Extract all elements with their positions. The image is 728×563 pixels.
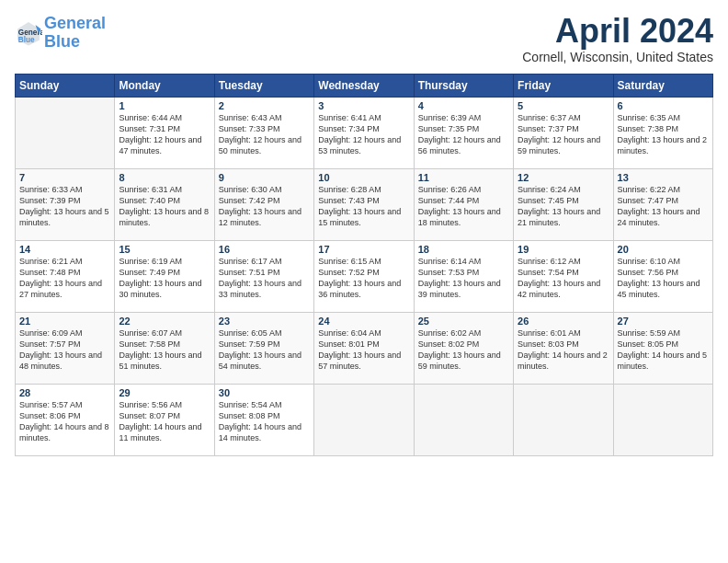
day-number: 27 <box>618 316 709 327</box>
day-info: Sunrise: 6:41 AM Sunset: 7:34 PM Dayligh… <box>318 112 409 157</box>
calendar-cell-w2-d6: 12 Sunrise: 6:24 AM Sunset: 7:45 PM Dayl… <box>514 169 613 241</box>
col-monday: Monday <box>115 75 214 98</box>
day-number: 19 <box>518 244 609 255</box>
day-number: 17 <box>318 244 409 255</box>
logo: General Blue General Blue <box>15 15 106 52</box>
day-info: Sunrise: 6:35 AM Sunset: 7:38 PM Dayligh… <box>618 112 709 157</box>
day-info: Sunrise: 6:37 AM Sunset: 7:37 PM Dayligh… <box>518 112 609 157</box>
day-number: 16 <box>219 244 310 255</box>
day-number: 21 <box>19 316 110 327</box>
calendar-cell-w2-d5: 11 Sunrise: 6:26 AM Sunset: 7:44 PM Dayl… <box>414 169 513 241</box>
day-number: 5 <box>518 100 609 111</box>
day-number: 8 <box>119 172 210 183</box>
day-info: Sunrise: 6:22 AM Sunset: 7:47 PM Dayligh… <box>618 184 709 229</box>
day-info: Sunrise: 6:15 AM Sunset: 7:52 PM Dayligh… <box>318 256 409 301</box>
calendar-cell-w2-d3: 9 Sunrise: 6:30 AM Sunset: 7:42 PM Dayli… <box>214 169 313 241</box>
day-number: 24 <box>318 316 409 327</box>
calendar-cell-w2-d1: 7 Sunrise: 6:33 AM Sunset: 7:39 PM Dayli… <box>16 169 115 241</box>
day-info: Sunrise: 6:14 AM Sunset: 7:53 PM Dayligh… <box>418 256 509 301</box>
calendar-cell-w5-d7 <box>613 385 712 456</box>
day-info: Sunrise: 6:39 AM Sunset: 7:35 PM Dayligh… <box>418 112 509 157</box>
calendar-cell-w2-d2: 8 Sunrise: 6:31 AM Sunset: 7:40 PM Dayli… <box>115 169 214 241</box>
calendar-cell-w3-d4: 17 Sunrise: 6:15 AM Sunset: 7:52 PM Dayl… <box>314 241 414 313</box>
day-info: Sunrise: 5:57 AM Sunset: 8:06 PM Dayligh… <box>19 399 110 444</box>
day-info: Sunrise: 6:01 AM Sunset: 8:03 PM Dayligh… <box>518 327 609 373</box>
calendar-cell-w4-d4: 24 Sunrise: 6:04 AM Sunset: 8:01 PM Dayl… <box>314 313 414 385</box>
day-info: Sunrise: 6:04 AM Sunset: 8:01 PM Dayligh… <box>318 327 409 373</box>
calendar-cell-w1-d3: 2 Sunrise: 6:43 AM Sunset: 7:33 PM Dayli… <box>214 98 313 169</box>
day-info: Sunrise: 5:59 AM Sunset: 8:05 PM Dayligh… <box>618 327 709 373</box>
day-number: 28 <box>19 387 110 398</box>
day-info: Sunrise: 6:43 AM Sunset: 7:33 PM Dayligh… <box>219 112 310 157</box>
day-number: 10 <box>318 172 409 183</box>
day-info: Sunrise: 6:09 AM Sunset: 7:57 PM Dayligh… <box>19 327 110 373</box>
calendar-cell-w3-d1: 14 Sunrise: 6:21 AM Sunset: 7:48 PM Dayl… <box>16 241 115 313</box>
day-info: Sunrise: 6:10 AM Sunset: 7:56 PM Dayligh… <box>618 256 709 301</box>
day-number: 14 <box>19 244 110 255</box>
calendar-cell-w1-d4: 3 Sunrise: 6:41 AM Sunset: 7:34 PM Dayli… <box>314 98 414 169</box>
day-number: 3 <box>318 100 409 111</box>
day-info: Sunrise: 6:02 AM Sunset: 8:02 PM Dayligh… <box>418 327 509 373</box>
calendar-cell-w5-d1: 28 Sunrise: 5:57 AM Sunset: 8:06 PM Dayl… <box>16 385 115 456</box>
calendar-cell-w5-d5 <box>414 385 513 456</box>
day-number: 13 <box>618 172 709 183</box>
svg-text:Blue: Blue <box>18 36 35 44</box>
day-info: Sunrise: 6:21 AM Sunset: 7:48 PM Dayligh… <box>19 256 110 301</box>
col-tuesday: Tuesday <box>214 75 313 98</box>
col-wednesday: Wednesday <box>314 75 414 98</box>
day-info: Sunrise: 6:17 AM Sunset: 7:51 PM Dayligh… <box>219 256 310 301</box>
calendar-cell-w1-d7: 6 Sunrise: 6:35 AM Sunset: 7:38 PM Dayli… <box>613 98 712 169</box>
col-thursday: Thursday <box>414 75 513 98</box>
calendar-cell-w1-d1 <box>16 98 115 169</box>
calendar-cell-w3-d6: 19 Sunrise: 6:12 AM Sunset: 7:54 PM Dayl… <box>514 241 613 313</box>
day-number: 2 <box>219 100 310 111</box>
calendar-cell-w1-d5: 4 Sunrise: 6:39 AM Sunset: 7:35 PM Dayli… <box>414 98 513 169</box>
page-container: General Blue General Blue April 2024 Cor… <box>0 0 728 464</box>
calendar-cell-w3-d3: 16 Sunrise: 6:17 AM Sunset: 7:51 PM Dayl… <box>214 241 313 313</box>
day-info: Sunrise: 6:07 AM Sunset: 7:58 PM Dayligh… <box>119 327 210 373</box>
col-saturday: Saturday <box>613 75 712 98</box>
day-info: Sunrise: 6:19 AM Sunset: 7:49 PM Dayligh… <box>119 256 210 301</box>
calendar-cell-w5-d6 <box>514 385 613 456</box>
day-number: 15 <box>119 244 210 255</box>
day-number: 20 <box>618 244 709 255</box>
calendar-cell-w3-d5: 18 Sunrise: 6:14 AM Sunset: 7:53 PM Dayl… <box>414 241 513 313</box>
day-info: Sunrise: 5:54 AM Sunset: 8:08 PM Dayligh… <box>219 399 310 444</box>
calendar-cell-w5-d3: 30 Sunrise: 5:54 AM Sunset: 8:08 PM Dayl… <box>214 385 313 456</box>
calendar-cell-w1-d2: 1 Sunrise: 6:44 AM Sunset: 7:31 PM Dayli… <box>115 98 214 169</box>
day-info: Sunrise: 5:56 AM Sunset: 8:07 PM Dayligh… <box>119 399 210 444</box>
title-block: April 2024 Cornell, Wisconsin, United St… <box>522 15 713 64</box>
calendar-cell-w4-d3: 23 Sunrise: 6:05 AM Sunset: 7:59 PM Dayl… <box>214 313 313 385</box>
day-info: Sunrise: 6:12 AM Sunset: 7:54 PM Dayligh… <box>518 256 609 301</box>
month-title: April 2024 <box>522 15 713 48</box>
logo-icon: General Blue <box>15 19 42 47</box>
calendar-cell-w4-d2: 22 Sunrise: 6:07 AM Sunset: 7:58 PM Dayl… <box>115 313 214 385</box>
col-friday: Friday <box>514 75 613 98</box>
header: General Blue General Blue April 2024 Cor… <box>15 15 713 64</box>
calendar-cell-w4-d5: 25 Sunrise: 6:02 AM Sunset: 8:02 PM Dayl… <box>414 313 513 385</box>
calendar-table: Sunday Monday Tuesday Wednesday Thursday… <box>15 74 713 456</box>
week-row-4: 21 Sunrise: 6:09 AM Sunset: 7:57 PM Dayl… <box>16 313 713 385</box>
calendar-cell-w1-d6: 5 Sunrise: 6:37 AM Sunset: 7:37 PM Dayli… <box>514 98 613 169</box>
day-info: Sunrise: 6:05 AM Sunset: 7:59 PM Dayligh… <box>219 327 310 373</box>
calendar-cell-w3-d7: 20 Sunrise: 6:10 AM Sunset: 7:56 PM Dayl… <box>613 241 712 313</box>
day-info: Sunrise: 6:33 AM Sunset: 7:39 PM Dayligh… <box>19 184 110 229</box>
day-info: Sunrise: 6:44 AM Sunset: 7:31 PM Dayligh… <box>119 112 210 157</box>
calendar-cell-w4-d7: 27 Sunrise: 5:59 AM Sunset: 8:05 PM Dayl… <box>613 313 712 385</box>
calendar-cell-w5-d2: 29 Sunrise: 5:56 AM Sunset: 8:07 PM Dayl… <box>115 385 214 456</box>
day-number: 18 <box>418 244 509 255</box>
header-row: Sunday Monday Tuesday Wednesday Thursday… <box>16 75 713 98</box>
day-number: 1 <box>119 100 210 111</box>
day-number: 30 <box>219 387 310 398</box>
week-row-2: 7 Sunrise: 6:33 AM Sunset: 7:39 PM Dayli… <box>16 169 713 241</box>
week-row-3: 14 Sunrise: 6:21 AM Sunset: 7:48 PM Dayl… <box>16 241 713 313</box>
calendar-cell-w4-d6: 26 Sunrise: 6:01 AM Sunset: 8:03 PM Dayl… <box>514 313 613 385</box>
day-number: 22 <box>119 316 210 327</box>
day-info: Sunrise: 6:28 AM Sunset: 7:43 PM Dayligh… <box>318 184 409 229</box>
day-info: Sunrise: 6:24 AM Sunset: 7:45 PM Dayligh… <box>518 184 609 229</box>
calendar-cell-w2-d7: 13 Sunrise: 6:22 AM Sunset: 7:47 PM Dayl… <box>613 169 712 241</box>
day-number: 29 <box>119 387 210 398</box>
day-number: 4 <box>418 100 509 111</box>
day-number: 25 <box>418 316 509 327</box>
calendar-cell-w3-d2: 15 Sunrise: 6:19 AM Sunset: 7:49 PM Dayl… <box>115 241 214 313</box>
